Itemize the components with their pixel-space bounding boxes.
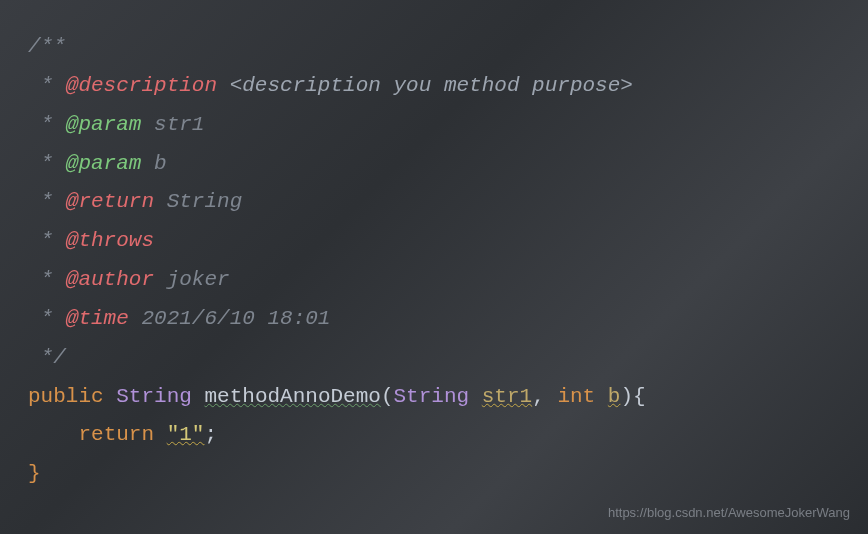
comment-star: * <box>28 307 66 330</box>
param2-name: b <box>141 152 166 175</box>
description-line: * @description <description you method p… <box>28 67 868 106</box>
paren-close: ) <box>620 385 633 408</box>
description-tag: @description <box>66 74 217 97</box>
param1-name: str1 <box>141 113 204 136</box>
watermark-text: https://blog.csdn.net/AwesomeJokerWang <box>608 505 850 520</box>
return-tag: @return <box>66 190 154 213</box>
comment-star: * <box>28 113 66 136</box>
param1-line: * @param str1 <box>28 106 868 145</box>
comment-close-line: */ <box>28 339 868 378</box>
semicolon: ; <box>204 423 217 446</box>
param-str1: str1 <box>482 385 532 408</box>
comment-open-line: /** <box>28 28 868 67</box>
comment-star: * <box>28 190 66 213</box>
type-string: String <box>116 385 192 408</box>
keyword-int: int <box>557 385 595 408</box>
comment-star: * <box>28 268 66 291</box>
author-line: * @author joker <box>28 261 868 300</box>
brace-close: } <box>28 462 41 485</box>
return-line: * @return String <box>28 183 868 222</box>
description-placeholder: <description you method purpose> <box>217 74 633 97</box>
code-editor: /** * @description <description you meth… <box>28 28 868 494</box>
return-statement-line: return "1"; <box>28 416 868 455</box>
throws-tag: @throws <box>66 229 154 252</box>
author-tag: @author <box>66 268 154 291</box>
time-val: 2021/6/10 18:01 <box>129 307 331 330</box>
comment-star: * <box>28 152 66 175</box>
return-type: String <box>154 190 242 213</box>
brace-close-line: } <box>28 455 868 494</box>
time-line: * @time 2021/6/10 18:01 <box>28 300 868 339</box>
param-tag: @param <box>66 152 142 175</box>
comment-close: */ <box>28 346 66 369</box>
param-type-string: String <box>394 385 470 408</box>
author-val: joker <box>154 268 230 291</box>
time-tag: @time <box>66 307 129 330</box>
param2-line: * @param b <box>28 145 868 184</box>
keyword-public: public <box>28 385 104 408</box>
comment-open: /** <box>28 35 66 58</box>
comment-star: * <box>28 74 66 97</box>
method-signature-line: public String methodAnnoDemo(String str1… <box>28 378 868 417</box>
paren-open: ( <box>381 385 394 408</box>
comma: , <box>532 385 557 408</box>
brace-open: { <box>633 385 646 408</box>
string-literal: "1" <box>167 423 205 446</box>
throws-line: * @throws <box>28 222 868 261</box>
param-tag: @param <box>66 113 142 136</box>
keyword-return: return <box>78 423 154 446</box>
comment-star: * <box>28 229 66 252</box>
method-name: methodAnnoDemo <box>204 385 380 408</box>
param-b: b <box>608 385 621 408</box>
